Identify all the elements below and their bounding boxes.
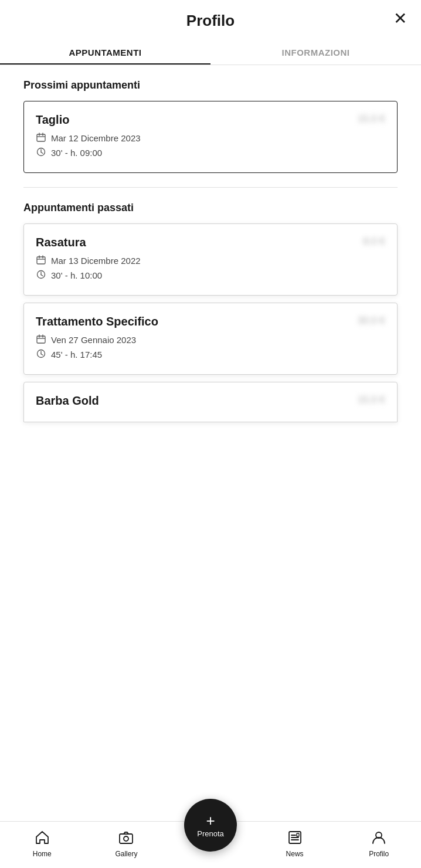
svg-line-13: [41, 275, 43, 276]
clock-icon-rasatura: [36, 270, 46, 281]
past-section-title: Appuntamenti passati: [23, 202, 398, 214]
price-trattamento: 30.0 €: [358, 315, 385, 327]
nav-label-home: Home: [33, 850, 52, 858]
price-barba: 15.0 €: [358, 394, 385, 406]
tab-bar: APPUNTAMENTI INFORMAZIONI: [0, 39, 421, 65]
svg-rect-27: [297, 833, 299, 836]
upcoming-section-title: Prossimi appuntamenti: [23, 79, 398, 91]
date-trattamento: Ven 27 Gennaio 2023: [51, 335, 136, 345]
clock-icon-trattamento: [36, 349, 46, 360]
price-taglio: 15.0 €: [358, 113, 385, 125]
fab-label: Prenota: [197, 829, 224, 838]
close-button[interactable]: ✕: [393, 11, 407, 27]
nav-item-profilo[interactable]: Profilo: [337, 830, 421, 860]
nav-label-news: News: [286, 850, 304, 858]
time-rasatura: 30' - h. 10:00: [51, 270, 102, 280]
past-appointment-card-0[interactable]: Rasatura 8.0 € Mar 13 Dicembre 2022: [23, 223, 398, 296]
svg-line-20: [41, 354, 43, 355]
upcoming-appointment-card-0[interactable]: Taglio 15.0 € Mar 12 Dicembre 2023: [23, 101, 398, 173]
svg-point-22: [124, 836, 128, 841]
date-taglio: Mar 12 Dicembre 2023: [51, 133, 141, 143]
news-icon: [287, 830, 303, 847]
nav-label-profilo: Profilo: [369, 850, 389, 858]
camera-icon: [118, 830, 134, 847]
nav-item-gallery[interactable]: Gallery: [84, 830, 169, 860]
tab-informazioni[interactable]: INFORMAZIONI: [210, 39, 421, 65]
service-name-barba: Barba Gold: [36, 394, 99, 408]
svg-rect-21: [120, 834, 133, 843]
svg-rect-7: [37, 257, 45, 264]
svg-line-6: [41, 152, 43, 154]
time-taglio: 30' - h. 09:00: [51, 148, 102, 158]
nav-item-home[interactable]: Home: [0, 830, 84, 860]
time-trattamento: 45' - h. 17:45: [51, 350, 102, 360]
person-icon: [371, 830, 386, 847]
date-rasatura: Mar 13 Dicembre 2022: [51, 256, 141, 266]
svg-rect-0: [37, 134, 45, 141]
service-name-taglio: Taglio: [36, 113, 69, 127]
main-content: Prossimi appuntamenti Taglio 15.0 €: [0, 65, 421, 504]
prenota-fab[interactable]: + Prenota: [184, 799, 237, 852]
page-title: Profilo: [186, 12, 235, 30]
past-appointment-card-1[interactable]: Trattamento Specifico 30.0 € Ven 27 Genn…: [23, 303, 398, 375]
service-name-rasatura: Rasatura: [36, 236, 86, 249]
tab-appuntamenti[interactable]: APPUNTAMENTI: [0, 39, 210, 65]
calendar-icon-rasatura: [36, 255, 46, 266]
svg-rect-14: [37, 336, 45, 343]
price-rasatura: 8.0 €: [363, 236, 385, 247]
upcoming-section: Prossimi appuntamenti Taglio 15.0 €: [23, 79, 398, 173]
calendar-icon-trattamento: [36, 334, 46, 345]
section-divider: [23, 187, 398, 188]
past-appointment-card-2-partial[interactable]: Barba Gold 15.0 €: [23, 382, 398, 422]
calendar-icon: [36, 133, 46, 144]
nav-label-gallery: Gallery: [115, 850, 137, 858]
clock-icon: [36, 147, 46, 158]
home-icon: [35, 830, 50, 847]
header: Profilo ✕: [0, 0, 421, 39]
service-name-trattamento: Trattamento Specifico: [36, 315, 158, 328]
fab-plus-icon: +: [206, 813, 215, 828]
nav-item-news[interactable]: News: [253, 830, 337, 860]
past-section: Appuntamenti passati Rasatura 8.0 €: [23, 202, 398, 422]
